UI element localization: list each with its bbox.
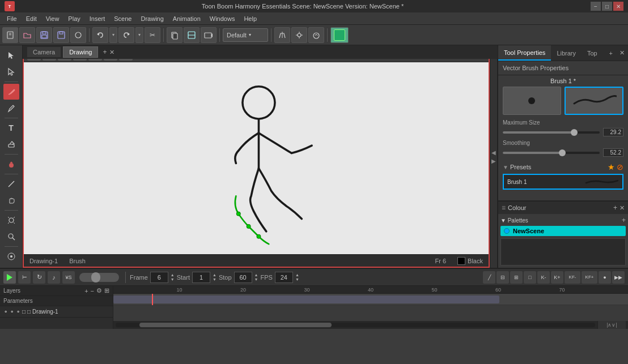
menu-edit[interactable]: Edit xyxy=(22,14,41,23)
menu-file[interactable]: File xyxy=(2,14,22,23)
max-size-slider[interactable] xyxy=(503,131,600,134)
fps-input[interactable] xyxy=(275,272,293,283)
collapse-icon[interactable]: ≡ xyxy=(502,204,506,212)
layer-btn3[interactable]: ⚙ xyxy=(96,287,102,294)
preset-del-icon[interactable]: ⊘ xyxy=(617,162,623,172)
play-button[interactable] xyxy=(3,271,16,284)
colour-close-btn[interactable]: ✕ xyxy=(619,204,625,212)
menu-drawing[interactable]: Drawing xyxy=(136,14,168,23)
tb-transform[interactable] xyxy=(291,27,307,43)
cut-tool[interactable]: ✂ xyxy=(145,27,160,43)
tb-button-expose[interactable] xyxy=(184,27,200,43)
zoom-tool[interactable] xyxy=(3,229,19,245)
tb-button-copy[interactable] xyxy=(167,27,183,43)
menu-view[interactable]: View xyxy=(41,14,64,23)
palette-add-btn[interactable]: + xyxy=(622,216,626,224)
save-as-button[interactable] xyxy=(53,27,69,43)
max-size-value[interactable]: 29.2 xyxy=(603,128,623,136)
sound-btn[interactable]: ♪ xyxy=(48,271,60,284)
tb-button-5[interactable] xyxy=(70,27,86,43)
start-input[interactable] xyxy=(192,272,210,283)
menu-windows[interactable]: Windows xyxy=(205,14,240,23)
maximize-button[interactable]: □ xyxy=(602,2,612,11)
menu-play[interactable]: Play xyxy=(63,14,84,23)
stop-input[interactable] xyxy=(234,272,252,283)
tab-top[interactable]: Top xyxy=(582,45,603,61)
smoothing-value[interactable]: 52.2 xyxy=(603,148,623,157)
add-view-btn[interactable]: + xyxy=(103,48,107,56)
brush-preview-dot[interactable] xyxy=(503,87,561,115)
frame-track[interactable] xyxy=(113,294,628,305)
stop-up[interactable]: ▲▼ xyxy=(254,273,258,282)
smoothing-slider[interactable] xyxy=(503,152,600,154)
tb-button-camera[interactable] xyxy=(201,27,217,43)
text-tool[interactable]: T xyxy=(3,120,19,136)
layer-row-drawing[interactable]: ⚬ ⚬ ⚬ □ □ Drawing-1 xyxy=(0,306,113,318)
tl-more-btn[interactable]: ● xyxy=(599,271,611,284)
frame-up[interactable]: ▲▼ xyxy=(171,273,175,282)
tl-k-plus[interactable]: K+ xyxy=(551,271,563,284)
hand-tool[interactable] xyxy=(3,192,19,208)
transform-tool[interactable] xyxy=(3,212,19,228)
undo-button[interactable] xyxy=(92,27,108,43)
pencil-tool[interactable] xyxy=(3,100,19,116)
tb-onion[interactable] xyxy=(308,27,324,43)
new-button[interactable] xyxy=(2,27,18,43)
close-view-btn[interactable]: ✕ xyxy=(109,49,114,56)
paint-tool[interactable] xyxy=(3,156,19,172)
playhead[interactable] xyxy=(152,294,153,305)
tl-kf-plus[interactable]: KF+ xyxy=(582,271,597,284)
tl-k-minus[interactable]: K- xyxy=(537,271,550,284)
timeline-scrollbar[interactable]: |∧∨| xyxy=(113,321,628,329)
menu-scene[interactable]: Scene xyxy=(109,14,136,23)
arrow-tool[interactable] xyxy=(3,64,19,80)
tl-tool4[interactable]: □ xyxy=(524,271,536,284)
menu-insert[interactable]: Insert xyxy=(85,14,110,23)
tab-library[interactable]: Library xyxy=(551,45,582,61)
drawing-viewport[interactable] xyxy=(24,62,489,254)
palette-item-newscene[interactable]: NewScene xyxy=(500,226,626,236)
select-tool[interactable] xyxy=(3,48,19,63)
minimize-button[interactable]: − xyxy=(591,2,601,11)
line-tool[interactable] xyxy=(3,176,19,192)
goto-start-btn[interactable]: ⊢ xyxy=(18,271,31,284)
redo-arrow[interactable]: ▾ xyxy=(135,27,143,43)
tl-tool3[interactable]: ⊞ xyxy=(510,271,523,284)
open-button[interactable] xyxy=(19,27,35,43)
panel-collapse-left[interactable]: ◀ ▶ xyxy=(490,45,498,268)
layer-btn4[interactable]: ⊞ xyxy=(104,287,109,294)
tl-kf-minus[interactable]: KF- xyxy=(565,271,580,284)
scrubber-bar[interactable] xyxy=(79,273,119,282)
panel-close-btn[interactable]: ✕ xyxy=(616,45,628,61)
color-picker-tool[interactable] xyxy=(3,249,19,264)
scene-dropdown[interactable]: Default ▾ xyxy=(223,28,268,42)
camera-tab[interactable]: Camera xyxy=(27,47,61,57)
tl-tool2[interactable]: ⊟ xyxy=(497,271,509,284)
colour-add-btn[interactable]: + xyxy=(613,204,617,212)
draw-line-tool[interactable]: ╱ xyxy=(483,271,495,284)
preset-new-icon[interactable]: ★ xyxy=(608,162,615,172)
drawing-tab[interactable]: Drawing xyxy=(63,46,98,58)
colour-swatch-area[interactable] xyxy=(500,238,626,265)
fps-up[interactable]: ▲▼ xyxy=(295,273,299,282)
layer-del-btn[interactable]: − xyxy=(91,288,94,294)
close-button[interactable]: ✕ xyxy=(613,2,623,11)
panel-add-btn[interactable]: + xyxy=(606,45,616,61)
menu-help[interactable]: Help xyxy=(239,14,261,23)
loop-btn[interactable]: ↻ xyxy=(33,271,45,284)
brush-tool[interactable] xyxy=(3,84,19,100)
preset-item-brush1[interactable]: Brush 1 xyxy=(503,174,623,190)
sound2-btn[interactable]: ¥S xyxy=(62,271,75,284)
save-button[interactable] xyxy=(36,27,52,43)
tl-right-btn[interactable]: ▶▶ xyxy=(612,271,625,284)
frame-input[interactable] xyxy=(150,272,168,283)
colour-swatch-button[interactable] xyxy=(330,27,349,43)
redo-button[interactable] xyxy=(118,27,134,43)
tb-deform[interactable] xyxy=(274,27,290,43)
undo-arrow[interactable]: ▾ xyxy=(109,27,117,43)
menu-animation[interactable]: Animation xyxy=(168,14,205,23)
tab-tool-properties[interactable]: Tool Properties xyxy=(498,45,551,61)
layer-add-btn[interactable]: + xyxy=(84,288,88,294)
start-up[interactable]: ▲▼ xyxy=(213,273,217,282)
brush-preview-stroke[interactable] xyxy=(565,87,624,115)
